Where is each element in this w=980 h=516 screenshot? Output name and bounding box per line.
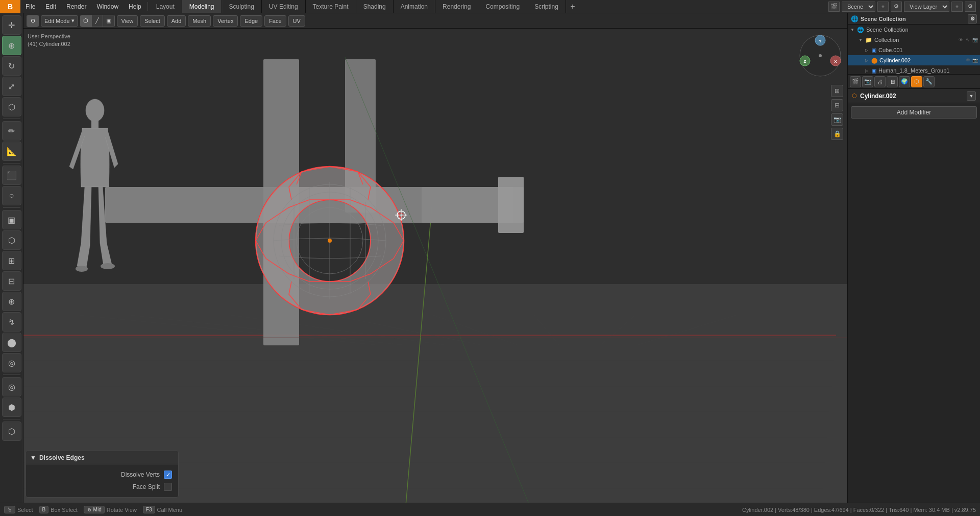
render-props-icon[interactable]: 📷 (862, 76, 873, 87)
outliner-human[interactable]: ▷ ▣ Human_1.8_Meters_Group1 (848, 65, 980, 76)
view-type-group: ⬡ ╱ ▣ (80, 15, 115, 27)
window-menu[interactable]: Window (91, 0, 124, 13)
face-split-checkbox[interactable] (164, 483, 172, 491)
face-mode-icon[interactable]: ▣ (103, 15, 114, 27)
view-menu-btn[interactable]: View (117, 15, 138, 27)
tab-texture-paint[interactable]: Texture Paint (306, 0, 356, 13)
bevel-tool[interactable]: ⊟ (2, 271, 21, 291)
box-select-tool[interactable]: ⬛ (2, 166, 21, 185)
svg-point-54 (819, 54, 822, 57)
move-tool[interactable]: ⊕ (2, 36, 21, 55)
tab-layout[interactable]: Layout (149, 0, 182, 13)
loop-cut-tool[interactable]: ⊕ (2, 292, 21, 311)
viewport-zoom-in[interactable]: ⊞ (831, 85, 843, 97)
cube-icon: ▣ (871, 47, 876, 54)
scale-tool[interactable]: ⤢ (2, 77, 21, 96)
circle-select-tool[interactable]: ○ (2, 186, 21, 205)
outliner-cylinder002[interactable]: ▷ ⬤ Cylinder.002 👁 📷 (848, 55, 980, 65)
edge-mode-icon[interactable]: ╱ (92, 15, 103, 27)
viewport-zoom-out[interactable]: ⊟ (831, 99, 843, 111)
transform-tool[interactable]: ⬡ (2, 97, 21, 116)
rotate-view-label: Rotate View (107, 507, 137, 513)
cursor-icon[interactable]: ↖ (965, 37, 971, 42)
smooth-vertex-tool[interactable]: ◎ (2, 377, 21, 396)
mesh-menu-btn[interactable]: Mesh (188, 15, 211, 27)
object-options-btn[interactable]: ▼ (967, 91, 976, 101)
extrude-region-tool[interactable]: ▣ (2, 210, 21, 229)
face-menu-btn[interactable]: Face (264, 15, 286, 27)
call-menu-label: Call Menu (157, 507, 183, 513)
object-props-icon[interactable]: ⬡ (911, 76, 922, 87)
cursor-tool[interactable]: ✛ (2, 15, 21, 35)
tab-shading[interactable]: Shading (356, 0, 394, 13)
dissolve-verts-checkbox[interactable]: ✓ (164, 471, 172, 479)
render-menu[interactable]: Render (61, 0, 91, 13)
add-workspace-btn[interactable]: + (566, 0, 579, 13)
edit-menu[interactable]: Edit (40, 0, 61, 13)
edge-menu-btn[interactable]: Edge (240, 15, 262, 27)
status-call-menu: F3 Call Menu (143, 506, 182, 513)
extrude-along-normal-tool[interactable]: ⬡ (2, 230, 21, 250)
add-menu-btn[interactable]: Add (167, 15, 186, 27)
tab-sculpting[interactable]: Sculpting (222, 0, 262, 13)
tab-modeling[interactable]: Modeling (182, 0, 222, 13)
measure-tool[interactable]: 📐 (2, 142, 21, 161)
mode-toggle-group: ⊙ (27, 15, 39, 27)
spin-tool[interactable]: ⬢ (2, 397, 21, 417)
object-mode-icon[interactable]: ⊙ (27, 15, 38, 27)
call-menu-key: F3 (143, 506, 155, 513)
edit-mode-dropdown[interactable]: Edit Mode ▾ (41, 15, 78, 27)
offset-edge-tool[interactable]: ↯ (2, 312, 21, 332)
object-name-label: Cylinder.002 (860, 92, 896, 100)
dissolve-header[interactable]: ▼ Dissolve Edges (26, 451, 178, 464)
render-icon[interactable]: 🎬 (828, 2, 840, 12)
file-menu[interactable]: File (20, 0, 40, 13)
scene-selector[interactable]: Scene (842, 2, 875, 12)
view-layer-options-icon[interactable]: ⚙ (965, 2, 976, 12)
uv-menu-btn[interactable]: UV (288, 15, 305, 27)
view-layer-selector[interactable]: View Layer (904, 2, 949, 12)
outliner-cube001[interactable]: ▷ ▣ Cube.001 (848, 45, 980, 55)
tab-rendering[interactable]: Rendering (435, 0, 478, 13)
render-icon[interactable]: 📷 (972, 37, 978, 42)
annotate-tool[interactable]: ✏ (2, 121, 21, 140)
expand-scene: ▼ (850, 27, 855, 32)
object-label: (41) Cylinder.002 (28, 40, 70, 48)
scene-props-icon[interactable]: 🎬 (850, 76, 861, 87)
add-modifier-btn[interactable]: Add Modifier (851, 106, 977, 119)
outliner-scene-collection[interactable]: ▼ 🌐 Scene Collection (848, 25, 980, 35)
outliner-filter[interactable]: ⚙ (968, 14, 977, 24)
knife-tool[interactable]: ⬤ (2, 333, 21, 352)
viewport[interactable]: User Perspective (41) Cylinder.002 Y X Z… (23, 29, 847, 503)
svg-text:X: X (834, 59, 837, 64)
bisect-tool[interactable]: ◎ (2, 353, 21, 372)
world-props-icon[interactable]: 🌍 (899, 76, 910, 87)
svg-point-40 (328, 239, 332, 243)
output-props-icon[interactable]: 🖨 (874, 76, 886, 87)
rotate-tool[interactable]: ↻ (2, 56, 21, 76)
viewport-navigator[interactable]: Y X Z (797, 33, 843, 79)
eye-icon[interactable]: 👁 (958, 37, 964, 42)
outliner-collection[interactable]: ▼ 📁 Collection 👁 ↖ 📷 (848, 35, 980, 45)
help-menu[interactable]: Help (124, 0, 146, 13)
viewport-lock-view[interactable]: 🔒 (831, 128, 843, 140)
select-menu-btn[interactable]: Select (140, 15, 165, 27)
tab-scripting[interactable]: Scripting (527, 0, 566, 13)
scene-options-icon[interactable]: ⚙ (891, 2, 902, 12)
rotate-view-key: 🖱 Mid (84, 506, 105, 513)
view-props-icon[interactable]: 🖥 (887, 76, 898, 87)
tab-animation[interactable]: Animation (394, 0, 435, 13)
viewport-camera[interactable]: 📷 (831, 113, 843, 126)
vertex-menu-btn[interactable]: Vertex (213, 15, 238, 27)
add-view-layer-icon[interactable]: + (951, 2, 963, 12)
cylinder-eye-icon[interactable]: 👁 (965, 58, 971, 63)
tab-uv-editing[interactable]: UV Editing (262, 0, 306, 13)
vertex-mode-icon[interactable]: ⬡ (81, 15, 92, 27)
cylinder-render-icon[interactable]: 📷 (972, 58, 978, 63)
shear-tool[interactable]: ⬡ (2, 421, 21, 441)
inset-tool[interactable]: ⊞ (2, 251, 21, 270)
modifier-props-icon[interactable]: 🔧 (923, 76, 935, 87)
add-scene-icon[interactable]: + (877, 2, 889, 12)
outliner-icon: 🌐 (851, 15, 859, 22)
tab-compositing[interactable]: Compositing (478, 0, 527, 13)
